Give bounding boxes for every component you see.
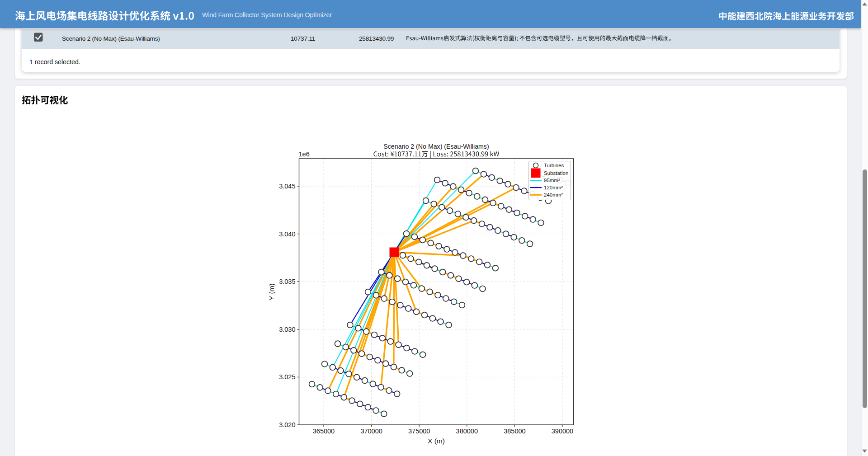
svg-text:Turbines: Turbines xyxy=(544,163,564,168)
svg-text:3.040: 3.040 xyxy=(279,230,295,238)
svg-text:3.020: 3.020 xyxy=(279,421,295,428)
svg-text:385000: 385000 xyxy=(504,428,525,435)
svg-text:1e6: 1e6 xyxy=(299,150,310,158)
svg-text:370000: 370000 xyxy=(360,428,382,435)
svg-text:X (m): X (m) xyxy=(428,437,445,445)
svg-text:3.045: 3.045 xyxy=(279,183,295,190)
svg-text:95mm²: 95mm² xyxy=(544,178,560,183)
svg-text:3.025: 3.025 xyxy=(279,373,295,381)
svg-text:390000: 390000 xyxy=(552,428,573,435)
svg-text:Scenario 2 (No Max) (Esau-Will: Scenario 2 (No Max) (Esau-Williams) xyxy=(383,143,489,150)
svg-text:3.030: 3.030 xyxy=(279,326,295,333)
svg-text:120mm²: 120mm² xyxy=(544,185,563,190)
svg-text:365000: 365000 xyxy=(313,428,335,435)
svg-text:Substation: Substation xyxy=(544,170,568,176)
svg-text:375000: 375000 xyxy=(408,428,430,435)
svg-text:240mm²: 240mm² xyxy=(544,192,563,197)
svg-text:380000: 380000 xyxy=(456,428,478,435)
svg-text:3.035: 3.035 xyxy=(279,278,295,285)
svg-text:Y (m): Y (m) xyxy=(268,283,275,301)
